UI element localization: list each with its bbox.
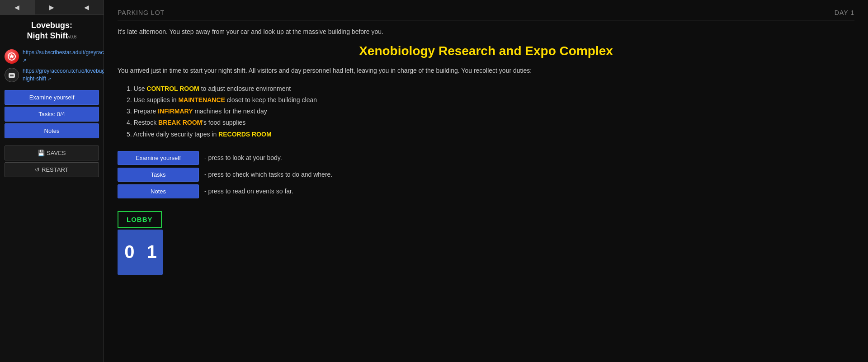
list-item: 2. Use supplies in MAINTENANCE closet to… xyxy=(127,94,854,106)
list-item: 4. Restock BREAK ROOM's food supplies xyxy=(127,117,854,128)
guide-notes-button[interactable]: Notes xyxy=(118,184,199,198)
sidebar: ◀ ▶ ◀ Lovebugs: Night Shiftv0.6 https://… xyxy=(0,0,104,362)
app-title: Lovebugs: Night Shiftv0.6 xyxy=(0,15,104,45)
day-label: DAY 1 xyxy=(835,9,854,16)
guide-notes-row: Notes - press to read on events so far. xyxy=(118,184,854,198)
guide-tasks-button[interactable]: Tasks xyxy=(118,168,199,182)
duties-list: 1. Use CONTROL ROOM to adjust enclosure … xyxy=(118,83,854,140)
guide-tasks-row: Tasks - press to check which tasks to do… xyxy=(118,168,854,182)
back-button[interactable]: ◀ xyxy=(0,0,35,14)
dice-display: 0 1 xyxy=(118,230,163,275)
restart-button[interactable]: ↺ RESTART xyxy=(5,162,99,177)
main-content: PARKING LOT DAY 1 It's late afternoon. Y… xyxy=(104,0,868,362)
tasks-button[interactable]: Tasks: 0/4 xyxy=(5,107,99,122)
guide-tasks-desc: - press to check which tasks to do and w… xyxy=(204,171,332,178)
list-item: 1. Use CONTROL ROOM to adjust enclosure … xyxy=(127,83,854,94)
collapse-button[interactable]: ◀ xyxy=(69,0,104,14)
itchio-link[interactable]: https://greyraccoon.itch.io/lovebugs-nig… xyxy=(23,67,109,83)
lobby-button[interactable]: LOBBY xyxy=(118,211,162,228)
itchio-icon xyxy=(5,68,19,82)
subscribestar-link[interactable]: https://subscribestar.adult/greyraccoon … xyxy=(23,49,115,64)
guide-examine-desc: - press to look at your body. xyxy=(204,154,282,161)
saves-button[interactable]: 💾 SAVES xyxy=(5,146,99,160)
svg-rect-2 xyxy=(10,75,14,76)
itchio-link-item: https://greyraccoon.itch.io/lovebugs-nig… xyxy=(5,67,99,83)
intro-text: It's late afternoon. You step away from … xyxy=(118,27,854,37)
subscribestar-link-item: https://subscribestar.adult/greyraccoon … xyxy=(5,49,99,64)
building-title: Xenobiology Research and Expo Complex xyxy=(118,44,854,58)
lobby-section: LOBBY 0 1 xyxy=(118,211,854,275)
subscribestar-icon xyxy=(5,49,19,64)
notes-button[interactable]: Notes xyxy=(5,123,99,138)
utility-buttons: 💾 SAVES ↺ RESTART xyxy=(0,142,104,181)
list-item: 5. Archive daily security tapes in RECOR… xyxy=(127,129,854,140)
button-guide: Examine yourself - press to look at your… xyxy=(118,151,854,198)
action-buttons: Examine yourself Tasks: 0/4 Notes xyxy=(0,86,104,142)
guide-examine-row: Examine yourself - press to look at your… xyxy=(118,151,854,165)
guide-notes-desc: - press to read on events so far. xyxy=(204,188,293,195)
forward-button[interactable]: ▶ xyxy=(35,0,70,14)
links-area: https://subscribestar.adult/greyraccoon … xyxy=(0,45,104,86)
location-name: PARKING LOT xyxy=(118,9,165,16)
location-bar: PARKING LOT DAY 1 xyxy=(118,9,854,20)
examine-yourself-button[interactable]: Examine yourself xyxy=(5,90,99,105)
arrival-text: You arrived just in time to start your n… xyxy=(118,66,854,75)
nav-buttons: ◀ ▶ ◀ xyxy=(0,0,104,15)
guide-examine-button[interactable]: Examine yourself xyxy=(118,151,199,165)
list-item: 3. Prepare INFIRMARY machines for the ne… xyxy=(127,106,854,117)
